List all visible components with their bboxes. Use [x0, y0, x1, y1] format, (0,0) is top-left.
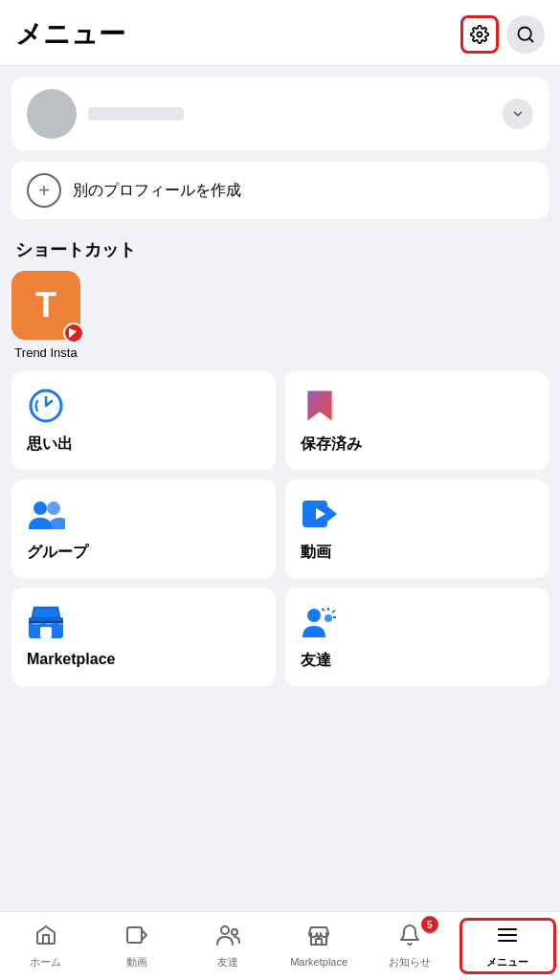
nav-label-marketplace: Marketplace	[290, 956, 347, 968]
nav-label-menu: メニュー	[486, 955, 528, 969]
marketplace-nav-icon	[307, 924, 330, 953]
profile-name	[88, 107, 184, 121]
nav-label-friends: 友達	[217, 955, 238, 969]
page-title: メニュー	[15, 16, 125, 53]
nav-item-friends[interactable]: 友達	[182, 912, 273, 980]
nav-label-notifications: お知らせ	[389, 955, 431, 969]
profile-chevron-button[interactable]	[503, 99, 533, 129]
add-profile-button[interactable]: + 別のプロフィールを作成	[11, 162, 549, 219]
shortcut-badge	[63, 323, 84, 344]
saved-icon	[301, 387, 339, 425]
groups-label: グループ	[27, 543, 260, 563]
shortcut-item[interactable]: T Trend Insta	[11, 271, 80, 360]
svg-point-22	[221, 926, 229, 934]
add-profile-label: 別のプロフィールを作成	[73, 181, 241, 201]
groups-icon	[27, 495, 65, 533]
marketplace-label: Marketplace	[27, 651, 260, 668]
svg-line-17	[332, 611, 335, 612]
friends-label: 友達	[301, 651, 534, 671]
add-icon: +	[27, 173, 61, 208]
nav-item-menu[interactable]: メニュー	[459, 918, 556, 974]
svg-point-6	[47, 501, 60, 515]
profile-card[interactable]	[11, 78, 549, 150]
svg-marker-8	[327, 506, 337, 522]
marketplace-icon	[27, 603, 65, 641]
header-actions	[460, 15, 545, 54]
saved-label: 保存済み	[301, 434, 534, 455]
nav-item-notifications[interactable]: 5 お知らせ	[365, 912, 456, 980]
svg-rect-11	[40, 627, 52, 638]
menu-grid: 思い出 保存済み グループ	[0, 371, 560, 698]
profile-info	[27, 89, 184, 139]
svg-point-14	[307, 609, 321, 622]
svg-point-15	[324, 613, 333, 623]
menu-icon	[496, 924, 519, 952]
shortcut-name: Trend Insta	[14, 345, 77, 360]
nav-label-video: 動画	[126, 955, 147, 969]
notification-badge: 5	[421, 916, 438, 933]
svg-marker-3	[69, 328, 77, 338]
menu-card-video[interactable]: 動画	[285, 479, 549, 578]
shortcuts-row: T Trend Insta	[0, 271, 560, 371]
video-label: 動画	[301, 543, 534, 563]
header: メニュー	[0, 0, 560, 66]
menu-card-marketplace[interactable]: Marketplace	[11, 588, 276, 686]
friends-icon	[301, 603, 339, 641]
friends-nav-icon	[215, 924, 240, 952]
svg-rect-13	[29, 621, 63, 623]
video-icon	[301, 495, 339, 533]
nav-label-home: ホーム	[30, 955, 61, 969]
menu-card-friends[interactable]: 友達	[285, 588, 549, 686]
svg-line-2	[529, 38, 533, 42]
svg-point-5	[34, 501, 47, 515]
svg-point-0	[478, 33, 482, 37]
shortcut-icon: T	[11, 271, 80, 340]
nav-item-video[interactable]: 動画	[91, 912, 182, 980]
nav-item-home[interactable]: ホーム	[0, 912, 91, 980]
svg-marker-21	[142, 930, 146, 940]
svg-line-19	[322, 609, 325, 611]
svg-rect-20	[127, 927, 142, 943]
avatar	[27, 89, 77, 139]
settings-button[interactable]	[460, 15, 499, 54]
menu-card-memories[interactable]: 思い出	[11, 371, 276, 470]
menu-card-groups[interactable]: グループ	[11, 479, 276, 578]
shortcuts-section-label: ショートカット	[0, 231, 560, 271]
video-nav-icon	[125, 924, 148, 952]
svg-rect-24	[316, 939, 322, 945]
memories-label: 思い出	[27, 434, 260, 455]
bell-icon	[398, 924, 421, 952]
menu-card-saved[interactable]: 保存済み	[285, 371, 549, 470]
nav-item-marketplace[interactable]: Marketplace	[274, 912, 365, 980]
home-icon	[34, 924, 57, 952]
svg-point-23	[232, 929, 237, 935]
search-button[interactable]	[506, 15, 545, 54]
memories-icon	[27, 387, 65, 425]
bottom-nav: ホーム 動画 友達	[0, 911, 560, 980]
